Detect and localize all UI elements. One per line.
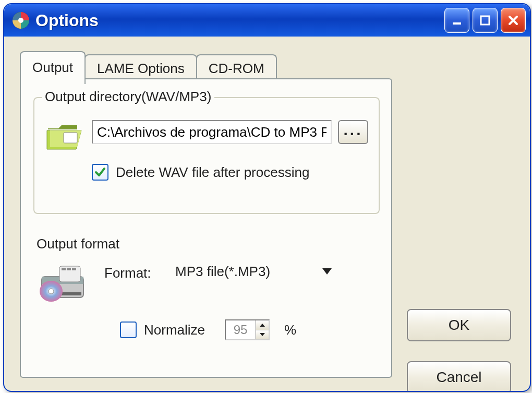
spinner-up-button[interactable] (256, 320, 269, 330)
tab-output[interactable]: Output (20, 51, 86, 84)
output-directory-legend: Output directory(WAV/MP3) (42, 89, 214, 105)
client-area: Output LAME Options CD-ROM Output direct… (7, 38, 527, 388)
close-button[interactable] (501, 8, 526, 33)
minimize-button[interactable] (444, 8, 469, 33)
folder-icon (46, 121, 82, 152)
titlebar[interactable]: Options (4, 4, 530, 37)
output-directory-input[interactable] (92, 120, 332, 144)
delete-wav-row: Delete WAV file after processing (92, 164, 309, 181)
window-controls (444, 8, 526, 33)
svg-rect-2 (453, 22, 461, 25)
app-icon (11, 11, 30, 30)
chevron-down-icon (322, 268, 332, 275)
dialog-buttons: OK Cancel (407, 309, 511, 392)
delete-wav-checkbox[interactable] (92, 164, 108, 181)
cancel-button[interactable]: Cancel (407, 361, 511, 392)
svg-rect-12 (67, 268, 71, 270)
svg-rect-13 (72, 268, 76, 270)
browse-button[interactable]: ... (338, 120, 368, 144)
svg-point-1 (18, 18, 23, 23)
svg-rect-3 (481, 16, 489, 25)
output-directory-group: Output directory(WAV/MP3) ... Del (33, 97, 380, 214)
format-select-value: MP3 file(*.MP3) (175, 264, 270, 280)
format-label: Format: (104, 265, 151, 281)
options-window: Options Output LAME Options CD-ROM Outpu… (3, 3, 531, 392)
normalize-value-input[interactable] (226, 320, 255, 339)
normalize-checkbox[interactable] (120, 321, 137, 338)
percent-label: % (284, 322, 296, 338)
normalize-label: Normalize (144, 322, 205, 338)
normalize-row: Normalize % (120, 319, 296, 340)
svg-rect-11 (62, 268, 66, 270)
delete-wav-label: Delete WAV file after processing (116, 164, 309, 181)
output-format-legend: Output format (37, 236, 119, 252)
maximize-button[interactable] (473, 8, 498, 33)
svg-point-9 (49, 289, 54, 294)
format-select[interactable]: MP3 file(*.MP3) (169, 259, 336, 284)
normalize-spinner[interactable] (225, 319, 270, 340)
tab-panel-output: Output directory(WAV/MP3) ... Del (20, 78, 392, 378)
window-title: Options (35, 11, 444, 30)
ok-button[interactable]: OK (407, 309, 511, 341)
cd-drive-icon (37, 261, 89, 308)
svg-rect-4 (64, 133, 77, 143)
spinner-down-button[interactable] (256, 330, 269, 340)
